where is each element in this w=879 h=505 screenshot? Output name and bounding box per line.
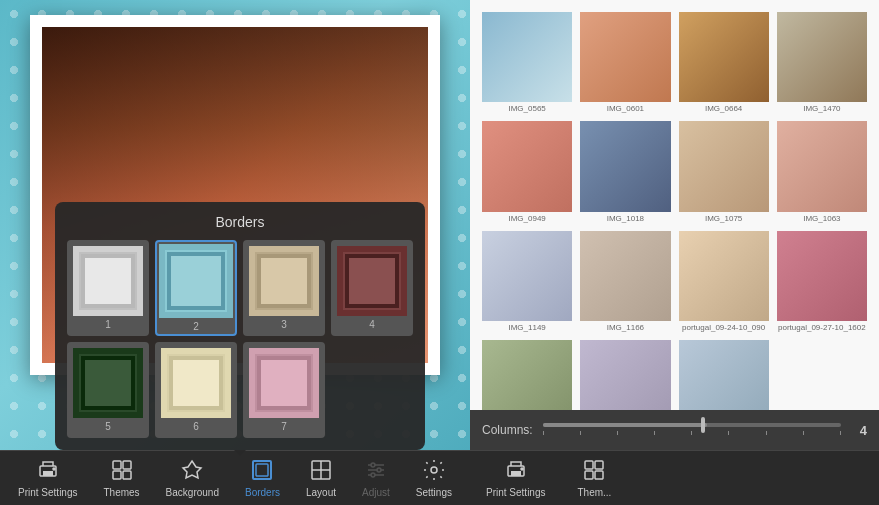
photo-cell-1[interactable]: IMG_0565	[482, 12, 572, 113]
photo-cell-5[interactable]: IMG_0949	[482, 121, 572, 222]
border-thumb-3	[249, 246, 319, 316]
photo-thumb-10	[580, 231, 670, 321]
svg-point-18	[371, 473, 375, 477]
photo-cell-9[interactable]: IMG_1149	[482, 231, 572, 332]
photo-cell-15[interactable]: IMG_1367	[679, 340, 769, 410]
border-label-4: 4	[337, 319, 407, 330]
border-label-3: 3	[249, 319, 319, 330]
borders-icon	[250, 458, 274, 485]
border-thumb-2	[159, 244, 233, 318]
tick-1	[543, 431, 544, 435]
svg-point-16	[371, 463, 375, 467]
photo-name-4: IMG_1470	[777, 104, 867, 113]
borders-popup: Borders 1 2 3 4	[55, 202, 425, 450]
toolbar-item-background[interactable]: Background	[160, 454, 225, 502]
right-print-icon	[504, 458, 528, 485]
photo-cell-8[interactable]: IMG_1063	[777, 121, 867, 222]
columns-slider-fill	[543, 423, 707, 427]
tick-6	[728, 431, 729, 435]
columns-slider[interactable]	[543, 423, 841, 427]
borders-popup-title: Borders	[67, 214, 413, 230]
photo-name-2: IMG_0601	[580, 104, 670, 113]
photo-thumb-6	[580, 121, 670, 211]
tick-9	[840, 431, 841, 435]
photo-cell-12[interactable]: portugal_09-27-10_1602	[777, 231, 867, 332]
themes-icon	[110, 458, 134, 485]
svg-point-2	[53, 468, 55, 470]
photo-cell-6[interactable]: IMG_1018	[580, 121, 670, 222]
photo-thumb-12	[777, 231, 867, 321]
photo-cell-13[interactable]: portugal_09-30-10_0671	[482, 340, 572, 410]
border-item-3[interactable]: 3	[243, 240, 325, 336]
photo-cell-3[interactable]: IMG_0664	[679, 12, 769, 113]
photo-cell-14[interactable]: IMG_0494	[580, 340, 670, 410]
photo-thumb-4	[777, 12, 867, 102]
toolbar-label-layout: Layout	[306, 487, 336, 498]
tick-4	[654, 431, 655, 435]
border-thumb-5	[73, 348, 143, 418]
right-panel: IMG_0565 IMG_0601 IMG_0664 IMG_1470 IMG_…	[470, 0, 879, 505]
photo-cell-11[interactable]: portugal_09-24-10_090	[679, 231, 769, 332]
border-item-1[interactable]: 1	[67, 240, 149, 336]
border-item-4[interactable]: 4	[331, 240, 413, 336]
svg-marker-7	[183, 461, 201, 478]
toolbar-label-background: Background	[166, 487, 219, 498]
photo-thumb-13	[482, 340, 572, 410]
photo-thumb-2	[580, 12, 670, 102]
right-toolbar: Print Settings Them...	[470, 450, 879, 505]
photo-cell-10[interactable]: IMG_1166	[580, 231, 670, 332]
svg-rect-24	[595, 461, 603, 469]
svg-rect-5	[113, 471, 121, 479]
photo-thumb-15	[679, 340, 769, 410]
border-label-6: 6	[161, 421, 231, 432]
toolbar-label-borders: Borders	[245, 487, 280, 498]
photo-grid-area: IMG_0565 IMG_0601 IMG_0664 IMG_1470 IMG_…	[470, 0, 879, 410]
photo-name-12: portugal_09-27-10_1602	[777, 323, 867, 332]
svg-point-19	[431, 467, 437, 473]
photo-name-10: IMG_1166	[580, 323, 670, 332]
left-panel: Borders 1 2 3 4	[0, 0, 470, 505]
border-thumb-7	[249, 348, 319, 418]
toolbar-item-themes[interactable]: Themes	[97, 454, 145, 502]
photo-thumb-1	[482, 12, 572, 102]
border-item-6[interactable]: 6	[155, 342, 237, 438]
border-thumb-4	[337, 246, 407, 316]
toolbar-item-borders[interactable]: Borders	[239, 454, 286, 502]
photo-name-5: IMG_0949	[482, 214, 572, 223]
toolbar-label-print-settings: Print Settings	[18, 487, 77, 498]
toolbar-item-layout[interactable]: Layout	[300, 454, 342, 502]
border-label-2: 2	[159, 321, 233, 332]
toolbar-item-settings[interactable]: Settings	[410, 454, 458, 502]
print-icon	[36, 458, 60, 485]
border-item-5[interactable]: 5	[67, 342, 149, 438]
columns-value: 4	[851, 423, 867, 438]
photo-thumb-5	[482, 121, 572, 211]
border-item-7[interactable]: 7	[243, 342, 325, 438]
border-label-7: 7	[249, 421, 319, 432]
svg-rect-9	[256, 464, 268, 476]
svg-rect-1	[43, 471, 53, 476]
right-toolbar-item-themes[interactable]: Them...	[571, 454, 617, 502]
svg-rect-21	[511, 471, 521, 476]
toolbar-item-adjust[interactable]: Adjust	[356, 454, 396, 502]
border-thumb-1	[73, 246, 143, 316]
photo-cell-2[interactable]: IMG_0601	[580, 12, 670, 113]
right-themes-icon	[582, 458, 606, 485]
toolbar-item-print-settings[interactable]: Print Settings	[12, 454, 83, 502]
tick-7	[766, 431, 767, 435]
photo-thumb-11	[679, 231, 769, 321]
svg-rect-6	[123, 471, 131, 479]
photo-cell-7[interactable]: IMG_1075	[679, 121, 769, 222]
border-item-2[interactable]: 2	[155, 240, 237, 336]
tick-5	[691, 431, 692, 435]
right-toolbar-item-print-settings[interactable]: Print Settings	[480, 454, 551, 502]
photo-name-8: IMG_1063	[777, 214, 867, 223]
svg-rect-3	[113, 461, 121, 469]
photo-thumb-14	[580, 340, 670, 410]
border-label-1: 1	[73, 319, 143, 330]
columns-slider-container[interactable]	[543, 423, 841, 437]
photo-cell-4[interactable]: IMG_1470	[777, 12, 867, 113]
background-icon	[180, 458, 204, 485]
columns-tick-marks	[543, 431, 841, 435]
toolbar-label-adjust: Adjust	[362, 487, 390, 498]
